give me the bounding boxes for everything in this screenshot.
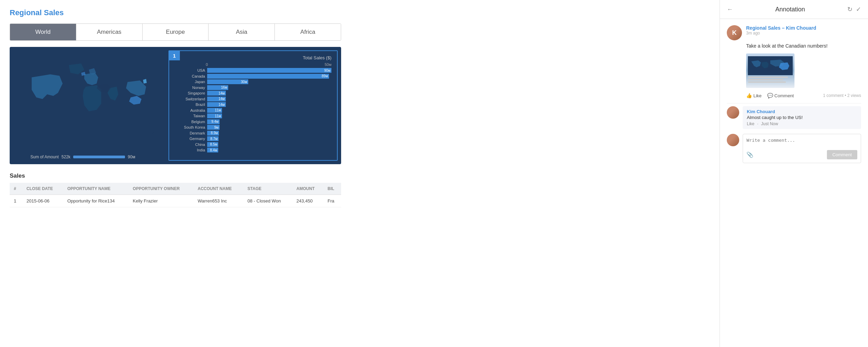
bar-value: 14м [219, 91, 225, 95]
bar-track: 11м [207, 113, 331, 118]
map-section: Sum of Amount 522k 90м [10, 47, 165, 164]
bar-row: Norway16м [175, 85, 331, 90]
cell-close-date: 2015-06-06 [22, 195, 63, 207]
bar-fill: 14м [207, 91, 226, 96]
chart-badge: 1 [169, 51, 180, 60]
page-title: Regional Sales [10, 8, 710, 17]
tab-world[interactable]: World [10, 24, 76, 40]
bar-value: 8.4м [210, 148, 217, 152]
bar-label: Taiwan [175, 114, 205, 118]
post-header: K Regional Sales – Kim Chouard 3m ago [727, 25, 861, 40]
bar-label: Switzerland [175, 97, 205, 101]
annotation-panel: ← Annotation ↻ ✓ K Regional Sales – Kim … [720, 0, 868, 347]
bar-track: 30м [207, 79, 331, 84]
bar-value: 9м [214, 126, 219, 129]
comment-item: Kim Chouard Almost caught up to the US! … [727, 106, 861, 129]
post-time: 3m ago [746, 31, 816, 36]
bar-value: 30м [241, 80, 247, 84]
attach-icon[interactable]: 📎 [746, 151, 753, 158]
bar-label: Denmark [175, 131, 205, 135]
cell-account: Warren653 Inc [194, 195, 243, 207]
comment-like[interactable]: Like [747, 121, 754, 126]
bar-value: 9.4м [211, 120, 219, 123]
bar-row: USA90м [175, 68, 331, 73]
comment-input-wrap[interactable]: 📎 Comment [743, 134, 861, 163]
bar-track: 14м [207, 91, 331, 96]
cell-owner: Kelly Frazier [129, 195, 194, 207]
refresh-icon[interactable]: ↻ [847, 6, 852, 13]
back-icon[interactable]: ← [727, 6, 733, 13]
bar-row: China8.5м [175, 142, 331, 147]
divider [727, 103, 861, 103]
avatar: K [727, 25, 742, 40]
current-user-avatar [727, 134, 739, 146]
bar-fill: 8.4м [207, 148, 218, 152]
tab-asia[interactable]: Asia [209, 24, 275, 40]
annotation-header: ← Annotation ↻ ✓ [720, 0, 868, 19]
comment-submit-button[interactable]: Comment [827, 150, 857, 159]
bar-value: 8.9м [211, 131, 218, 135]
write-comment-area: 📎 Comment [727, 134, 861, 163]
post-image [746, 53, 794, 88]
col-owner: OPPORTUNITY OWNER [129, 183, 194, 195]
post-image-inner [746, 53, 794, 88]
bar-track: 8.9м [207, 131, 331, 136]
chart-axis: 0 50м [206, 62, 331, 67]
bar-track: 14м [207, 102, 331, 107]
comment-input-footer: 📎 Comment [746, 150, 857, 159]
col-amount: AMOUNT [292, 183, 324, 195]
bar-fill: 11м [207, 108, 222, 113]
bar-row: Germany8.7м [175, 136, 331, 141]
comment-text: Almost caught up to the US! [747, 115, 857, 120]
bar-label: Belgium [175, 120, 205, 124]
bar-fill: 9м [207, 125, 220, 130]
annotation-title: Annotation [736, 6, 844, 13]
bar-fill: 8.7м [207, 136, 219, 141]
col-num: # [10, 183, 22, 195]
bar-track: 8.5м [207, 142, 331, 147]
cell-num: 1 [10, 195, 22, 207]
chart-title: Total Sales ($) [187, 55, 331, 60]
cell-stage: 08 - Closed Won [243, 195, 292, 207]
bar-label: Singapore [175, 91, 205, 95]
bar-row: Taiwan11м [175, 113, 331, 118]
comment-separator: · [757, 121, 758, 126]
bar-row: India8.4м [175, 148, 331, 152]
post-author[interactable]: Regional Sales – Kim Chouard [746, 25, 816, 31]
col-bil: BIL [324, 183, 341, 195]
bar-fill: 8.9м [207, 131, 219, 136]
bar-label: Germany [175, 137, 205, 141]
comment-button[interactable]: 💬 Comment [767, 93, 794, 98]
tab-europe[interactable]: Europe [143, 24, 209, 40]
post-text: Take a look at the Canadian numbers! [746, 43, 861, 49]
bar-track: 9.4м [207, 119, 331, 124]
post-stats: 1 comment • 2 views [823, 93, 861, 98]
sum-bar [73, 156, 125, 158]
like-button[interactable]: 👍 Like [746, 93, 762, 98]
bar-row: South Korea9м [175, 125, 331, 130]
bar-label: China [175, 142, 205, 147]
comment-input[interactable] [746, 138, 857, 148]
bar-track: 89м [207, 74, 331, 79]
world-map[interactable] [13, 50, 162, 154]
comment-meta: Like · Just Now [747, 121, 857, 126]
col-stage: STAGE [243, 183, 292, 195]
bar-fill: 14м [207, 97, 226, 101]
check-icon[interactable]: ✓ [856, 6, 861, 13]
sales-section-title: Sales [10, 172, 710, 179]
bar-fill: 30м [207, 79, 248, 84]
bar-fill: 9.4м [207, 119, 220, 124]
tab-americas[interactable]: Americas [76, 24, 143, 40]
col-opp-name: OPPORTUNITY NAME [63, 183, 129, 195]
sum-label: Sum of Amount 522k 90м [30, 155, 135, 159]
cell-opp-name: Opportunity for Rice134 [63, 195, 129, 207]
avatar-image: K [727, 25, 742, 40]
tab-africa[interactable]: Africa [275, 24, 341, 40]
bar-fill: 14м [207, 102, 226, 107]
bar-row: Denmark8.9м [175, 131, 331, 136]
comment-icon: 💬 [767, 93, 773, 98]
bar-row: Belgium9.4м [175, 119, 331, 124]
thumbnail-map [748, 56, 793, 75]
bar-value: 8.5м [210, 142, 218, 146]
bar-fill: 16м [207, 85, 228, 90]
